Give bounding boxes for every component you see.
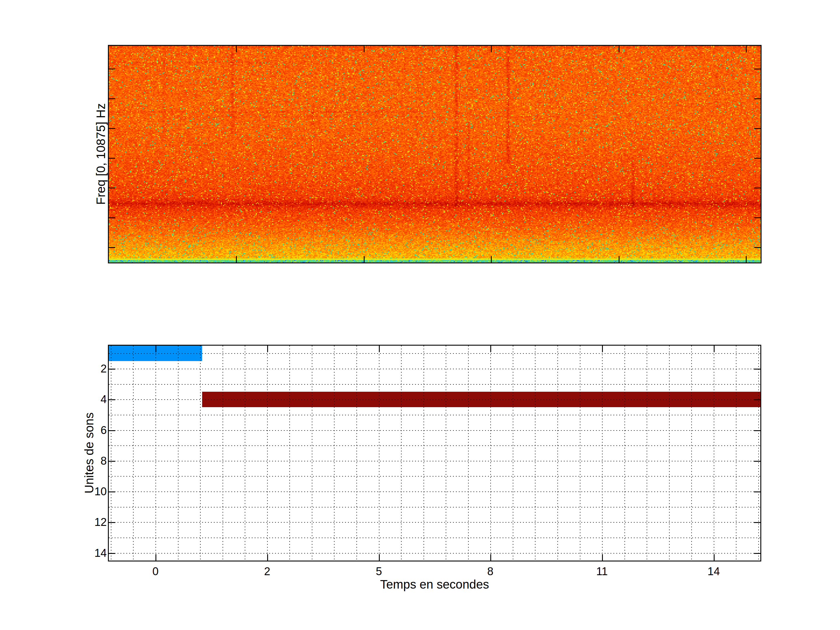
activity-vertical-gridline [312, 346, 313, 561]
activity-vertical-gridline [155, 346, 156, 561]
activity-horizontal-gridline [109, 430, 760, 431]
activity-vertical-gridline [401, 346, 402, 561]
y-tick-label-14: 14 [72, 547, 107, 559]
act-bottom-tick-5 [714, 554, 715, 561]
spec-bottom-tick-3 [619, 256, 619, 262]
spec-top-tick-4 [746, 46, 747, 52]
activity-vertical-gridline [714, 346, 714, 561]
act-left-tick-4 [109, 491, 115, 492]
spec-right-tick-5 [754, 217, 761, 218]
activity-vertical-gridline [379, 346, 379, 561]
activity-vertical-gridline [223, 346, 223, 561]
spec-left-tick-4 [109, 188, 115, 188]
activity-horizontal-gridline [109, 461, 760, 461]
activity-vertical-gridline [423, 346, 424, 561]
activity-vertical-gridline [289, 346, 290, 561]
spec-right-tick-1 [754, 98, 761, 99]
matlab-figure: Freq [0, 10875] Hz Unites de sons Temps … [0, 0, 840, 630]
y-tick-label-2: 2 [72, 363, 107, 375]
act-right-tick-5 [754, 522, 760, 523]
x-tick-label-2: 2 [264, 565, 270, 578]
activity-horizontal-gridline [109, 353, 760, 354]
spec-left-tick-1 [109, 98, 115, 99]
activity-vertical-gridline [490, 346, 491, 561]
act-right-tick-4 [754, 491, 760, 492]
spec-right-tick-0 [754, 68, 761, 69]
activity-horizontal-gridline [109, 369, 760, 369]
x-tick-label-5: 5 [376, 565, 382, 578]
spec-bottom-tick-0 [236, 256, 237, 262]
spec-top-tick-0 [236, 46, 237, 52]
activity-horizontal-gridline [109, 507, 760, 507]
act-right-tick-2 [754, 430, 760, 431]
act-bottom-tick-4 [602, 554, 603, 561]
spectrogram-plot-area [108, 45, 761, 264]
spec-right-tick-3 [754, 158, 761, 159]
spec-bottom-tick-1 [364, 256, 365, 262]
x-tick-label-14: 14 [707, 565, 720, 578]
spec-right-tick-2 [754, 128, 761, 129]
act-top-tick-0 [155, 346, 156, 352]
y-tick-label-12: 12 [72, 516, 107, 529]
spec-top-tick-2 [491, 46, 492, 52]
act-left-tick-1 [109, 399, 115, 400]
act-top-tick-5 [714, 346, 715, 352]
activity-plot-area [108, 345, 761, 562]
act-top-tick-4 [602, 346, 603, 352]
act-right-tick-0 [754, 369, 760, 369]
y-tick-label-8: 8 [72, 455, 107, 467]
activity-vertical-gridline [602, 346, 603, 561]
y-tick-label-4: 4 [72, 393, 107, 406]
spectrogram-heatmap-canvas [109, 46, 761, 262]
spectrogram-y-axis-label: Freq [0, 10875] Hz [94, 103, 108, 205]
activity-vertical-gridline [133, 346, 134, 561]
activity-vertical-gridline [200, 346, 201, 561]
act-bottom-tick-1 [267, 554, 268, 561]
spec-bottom-tick-4 [746, 256, 747, 262]
activity-vertical-gridline [736, 346, 736, 561]
y-tick-label-6: 6 [72, 424, 107, 437]
spec-left-tick-2 [109, 128, 115, 129]
spec-left-tick-6 [109, 247, 115, 248]
spec-left-tick-0 [109, 68, 115, 69]
activity-horizontal-gridline [109, 476, 760, 477]
activity-vertical-gridline [357, 346, 357, 561]
activity-vertical-gridline [669, 346, 669, 561]
act-left-tick-5 [109, 522, 115, 523]
activity-horizontal-gridline [109, 445, 760, 446]
spec-top-tick-3 [619, 46, 619, 52]
act-right-tick-6 [754, 553, 760, 554]
activity-vertical-gridline [758, 346, 759, 561]
spec-right-tick-6 [754, 247, 761, 248]
act-left-tick-3 [109, 461, 115, 462]
activity-vertical-gridline [513, 346, 513, 561]
act-top-tick-1 [267, 346, 268, 352]
act-bottom-tick-2 [379, 554, 380, 561]
act-right-tick-3 [754, 461, 760, 462]
x-tick-label-11: 11 [596, 565, 608, 578]
activity-vertical-gridline [624, 346, 625, 561]
spec-left-tick-5 [109, 217, 115, 218]
activity-horizontal-gridline [109, 399, 760, 400]
x-tick-label-8: 8 [487, 565, 493, 578]
activity-horizontal-gridline [109, 522, 760, 523]
spec-top-tick-1 [364, 46, 365, 52]
activity-horizontal-gridline [109, 415, 760, 415]
activity-vertical-gridline [111, 346, 111, 561]
activity-horizontal-gridline [109, 384, 760, 385]
act-top-tick-2 [379, 346, 380, 352]
activity-horizontal-gridline [109, 538, 760, 538]
activity-vertical-gridline [557, 346, 558, 561]
spec-bottom-tick-2 [491, 256, 492, 262]
activity-vertical-gridline [580, 346, 580, 561]
activity-x-axis-label: Temps en secondes [380, 578, 489, 592]
act-left-tick-6 [109, 553, 115, 554]
activity-vertical-gridline [267, 346, 268, 561]
activity-vertical-gridline [468, 346, 469, 561]
activity-horizontal-gridline [109, 491, 760, 492]
y-tick-label-10: 10 [72, 485, 107, 498]
activity-horizontal-gridline [109, 553, 760, 554]
act-bottom-tick-0 [155, 554, 156, 561]
activity-vertical-gridline [647, 346, 647, 561]
x-tick-label-0: 0 [152, 565, 158, 578]
